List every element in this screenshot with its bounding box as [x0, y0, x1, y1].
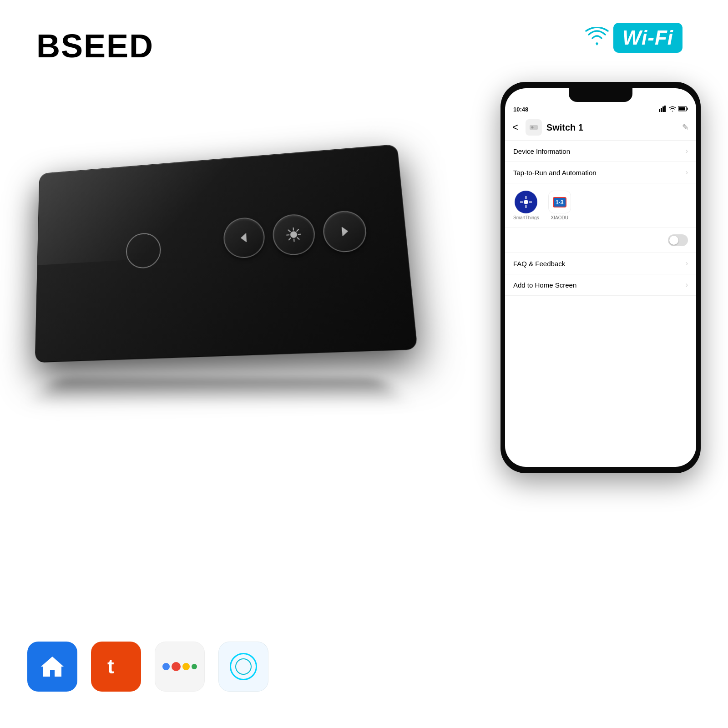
device-name-label: Switch 1: [546, 122, 583, 133]
phone-mockup: 10:48: [500, 82, 701, 473]
edit-icon[interactable]: ✎: [682, 122, 689, 132]
svg-text:t: t: [107, 655, 114, 677]
wifi-badge: Wi-Fi: [585, 23, 682, 53]
chevron-icon-2: ›: [686, 168, 688, 177]
svg-marker-0: [241, 233, 247, 242]
phone-notch: [569, 88, 632, 102]
phone-time: 10:48: [513, 106, 528, 113]
dimmer-controls: [223, 210, 368, 259]
switch-panel: [35, 144, 418, 363]
integrations-row: SmartThings 1·3 XIAODU: [505, 183, 696, 228]
status-icons: [659, 106, 688, 113]
svg-rect-12: [661, 108, 662, 112]
chevron-icon-3: ›: [686, 259, 688, 268]
wifi-signal-icon: [585, 25, 609, 51]
menu-item-home-screen[interactable]: Add to Home Screen ›: [505, 274, 696, 296]
toggle-row: [505, 228, 696, 253]
battery-icon: [678, 106, 688, 112]
device-name-row: Switch 1 ✎: [546, 122, 689, 133]
phone-screen: 10:48: [505, 88, 696, 467]
bottom-app-icons: t: [27, 642, 268, 692]
integration-smartthings: SmartThings: [513, 191, 539, 220]
svg-point-1: [290, 231, 297, 238]
device-icon-small: [526, 119, 542, 136]
svg-rect-13: [662, 106, 664, 112]
phone-status-bar: 10:48: [505, 102, 696, 115]
brand-logo: BSEED: [36, 27, 154, 65]
menu-item-device-info-label: Device Information: [513, 147, 570, 155]
svg-line-9: [289, 238, 291, 240]
switch-product: [18, 127, 410, 419]
touch-button-left: [126, 232, 161, 269]
signal-icon: [659, 106, 667, 113]
svg-point-21: [524, 200, 528, 204]
phone-body: 10:48: [500, 82, 701, 473]
svg-rect-14: [664, 106, 666, 112]
menu-item-faq[interactable]: FAQ & Feedback ›: [505, 253, 696, 274]
chevron-icon: ›: [686, 147, 688, 155]
svg-rect-17: [679, 107, 685, 111]
switch-shadow: [34, 379, 404, 406]
alexa-inner-circle: [235, 658, 252, 675]
menu-item-home-screen-label: Add to Home Screen: [513, 281, 576, 289]
integration-smartthings-label: SmartThings: [513, 215, 539, 220]
svg-point-19: [531, 126, 533, 129]
svg-rect-11: [659, 109, 660, 112]
integration-xiaodu-label: XIAODU: [551, 215, 568, 220]
integration-xiaodu: 1·3 XIAODU: [548, 191, 571, 220]
svg-rect-16: [687, 108, 688, 110]
app-icon-alexa: [218, 642, 268, 692]
google-dots: [162, 662, 197, 671]
alexa-circle: [230, 653, 257, 680]
app-icon-google-assistant: [155, 642, 205, 692]
svg-marker-10: [342, 227, 348, 236]
svg-line-7: [297, 238, 299, 239]
svg-line-6: [288, 230, 290, 232]
menu-item-faq-label: FAQ & Feedback: [513, 260, 565, 268]
svg-line-8: [297, 229, 298, 231]
chevron-icon-4: ›: [686, 281, 688, 289]
dimmer-center-brightness: [272, 213, 316, 256]
app-icon-smart-home: [27, 642, 77, 692]
svg-marker-26: [41, 657, 64, 677]
menu-item-automation-label: Tap-to-Run and Automation: [513, 169, 597, 177]
dimmer-left-button: [223, 217, 266, 259]
dimmer-right-button: [322, 210, 368, 253]
phone-app-content: Device Information › Tap-to-Run and Auto…: [505, 141, 696, 296]
menu-item-automation[interactable]: Tap-to-Run and Automation ›: [505, 162, 696, 183]
toggle-switch[interactable]: [668, 234, 688, 246]
menu-item-device-info[interactable]: Device Information ›: [505, 141, 696, 162]
wifi-status-icon: [669, 106, 676, 112]
back-button[interactable]: <: [512, 121, 518, 133]
app-icon-tuya: t: [91, 642, 141, 692]
svg-rect-18: [530, 125, 538, 130]
wifi-label: Wi-Fi: [613, 23, 682, 53]
phone-app-header: < Switch 1 ✎: [505, 115, 696, 141]
